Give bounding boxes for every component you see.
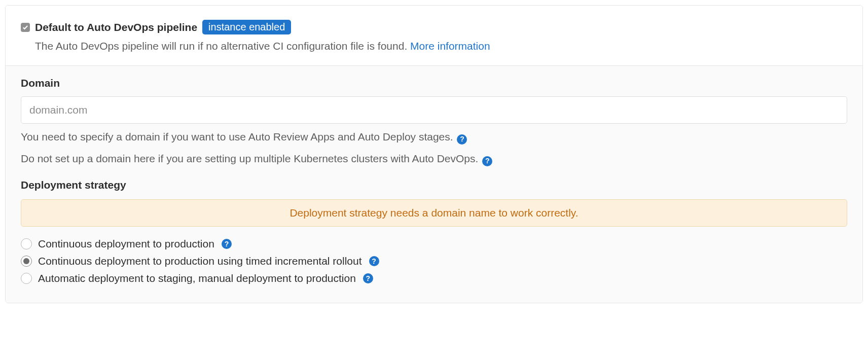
domain-title: Domain — [21, 77, 847, 89]
default-pipeline-label: Default to Auto DevOps pipeline — [35, 21, 197, 33]
body-section: Domain You need to specify a domain if y… — [6, 65, 862, 303]
strategy-title: Deployment strategy — [21, 179, 847, 191]
help-icon[interactable]: ? — [369, 256, 379, 266]
auto-devops-settings-panel: Default to Auto DevOps pipeline instance… — [5, 5, 863, 303]
help-icon[interactable]: ? — [482, 156, 492, 166]
strategy-option-1: Continuous deployment to production usin… — [21, 255, 847, 267]
strategy-label-0[interactable]: Continuous deployment to production — [38, 238, 214, 250]
header-section: Default to Auto DevOps pipeline instance… — [6, 6, 862, 65]
default-pipeline-row: Default to Auto DevOps pipeline instance… — [21, 20, 847, 34]
strategy-radio-0[interactable] — [21, 238, 32, 249]
check-icon — [22, 24, 28, 30]
header-description: The Auto DevOps pipeline will run if no … — [35, 39, 847, 53]
domain-help-1-text: You need to specify a domain if you want… — [21, 131, 453, 142]
help-icon[interactable]: ? — [222, 239, 232, 249]
instance-enabled-badge: instance enabled — [202, 20, 291, 34]
help-icon[interactable]: ? — [363, 273, 373, 283]
domain-help-1: You need to specify a domain if you want… — [21, 129, 847, 146]
domain-help-2-text: Do not set up a domain here if you are s… — [21, 153, 478, 164]
strategy-radio-2[interactable] — [21, 273, 32, 284]
domain-help-2: Do not set up a domain here if you are s… — [21, 151, 847, 167]
header-description-text: The Auto DevOps pipeline will run if no … — [35, 40, 407, 52]
domain-input[interactable] — [21, 96, 847, 124]
strategy-option-2: Automatic deployment to staging, manual … — [21, 272, 847, 284]
strategy-label-2[interactable]: Automatic deployment to staging, manual … — [38, 272, 356, 284]
more-information-link[interactable]: More information — [410, 40, 490, 52]
strategy-warning-alert: Deployment strategy needs a domain name … — [21, 199, 847, 227]
default-pipeline-checkbox[interactable] — [21, 23, 30, 32]
strategy-option-0: Continuous deployment to production ? — [21, 238, 847, 250]
strategy-radio-1[interactable] — [21, 256, 32, 267]
help-icon[interactable]: ? — [457, 134, 467, 145]
strategy-label-1[interactable]: Continuous deployment to production usin… — [38, 255, 362, 267]
